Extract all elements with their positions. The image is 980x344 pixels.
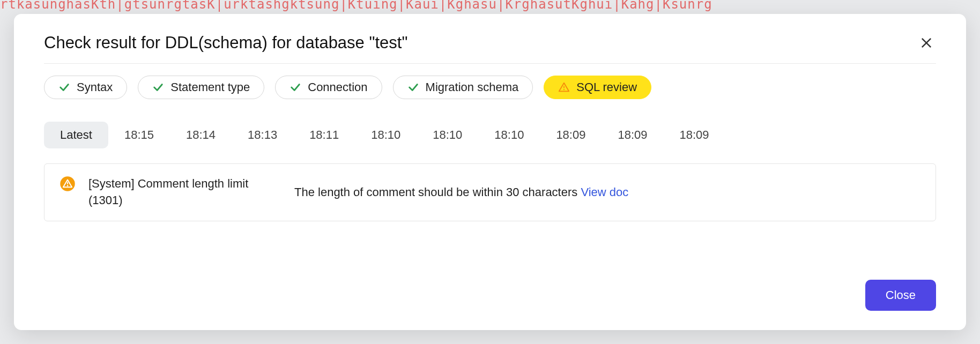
pill-sql-review[interactable]: SQL review xyxy=(544,76,651,99)
issue-description: The length of comment should be within 3… xyxy=(294,185,920,199)
tab-latest[interactable]: Latest xyxy=(44,122,108,148)
pill-label: Migration schema xyxy=(426,80,519,94)
modal-header: Check result for DDL(schema) for databas… xyxy=(44,33,936,64)
tab-time[interactable]: 18:10 xyxy=(355,122,417,148)
tab-time[interactable]: 18:09 xyxy=(602,122,663,148)
tab-time[interactable]: 18:13 xyxy=(232,122,293,148)
close-button[interactable]: Close xyxy=(865,280,936,311)
check-pills: Syntax Statement type Connection Migrati… xyxy=(44,76,936,99)
pill-label: Statement type xyxy=(170,80,250,94)
time-tabs: Latest 18:15 18:14 18:13 18:11 18:10 18:… xyxy=(44,122,936,148)
check-icon xyxy=(152,81,164,93)
tab-time[interactable]: 18:14 xyxy=(170,122,232,148)
background-text: rtkasunghasKth|gtsunrgtasK|urktashgktsun… xyxy=(0,0,712,12)
pill-label: SQL review xyxy=(576,80,637,94)
check-icon xyxy=(58,81,70,93)
check-result-modal: Check result for DDL(schema) for databas… xyxy=(14,14,966,330)
close-icon[interactable] xyxy=(917,33,936,53)
svg-rect-1 xyxy=(563,86,565,88)
svg-rect-3 xyxy=(67,182,68,185)
modal-footer: Close xyxy=(44,264,936,311)
warning-icon xyxy=(558,81,570,93)
issue-row: [System] Comment length limit (1301) The… xyxy=(44,163,936,221)
issue-title: [System] Comment length limit (1301) xyxy=(88,176,281,209)
svg-point-4 xyxy=(67,185,68,186)
pill-migration-schema[interactable]: Migration schema xyxy=(393,76,533,99)
tab-time[interactable]: 18:10 xyxy=(478,122,540,148)
issue-description-text: The length of comment should be within 3… xyxy=(294,185,581,199)
pill-syntax[interactable]: Syntax xyxy=(44,76,127,99)
pill-statement-type[interactable]: Statement type xyxy=(138,76,264,99)
view-doc-link[interactable]: View doc xyxy=(581,185,628,199)
tab-time[interactable]: 18:10 xyxy=(417,122,478,148)
svg-point-0 xyxy=(563,89,565,90)
pill-label: Syntax xyxy=(77,80,113,94)
tab-time[interactable]: 18:11 xyxy=(293,122,355,148)
warning-icon xyxy=(60,176,76,192)
check-icon xyxy=(407,81,419,93)
modal-title: Check result for DDL(schema) for databas… xyxy=(44,33,407,53)
tab-time[interactable]: 18:15 xyxy=(108,122,170,148)
tab-time[interactable]: 18:09 xyxy=(540,122,602,148)
tab-time[interactable]: 18:09 xyxy=(664,122,725,148)
pill-label: Connection xyxy=(308,80,367,94)
pill-connection[interactable]: Connection xyxy=(275,76,382,99)
check-icon xyxy=(289,81,301,93)
